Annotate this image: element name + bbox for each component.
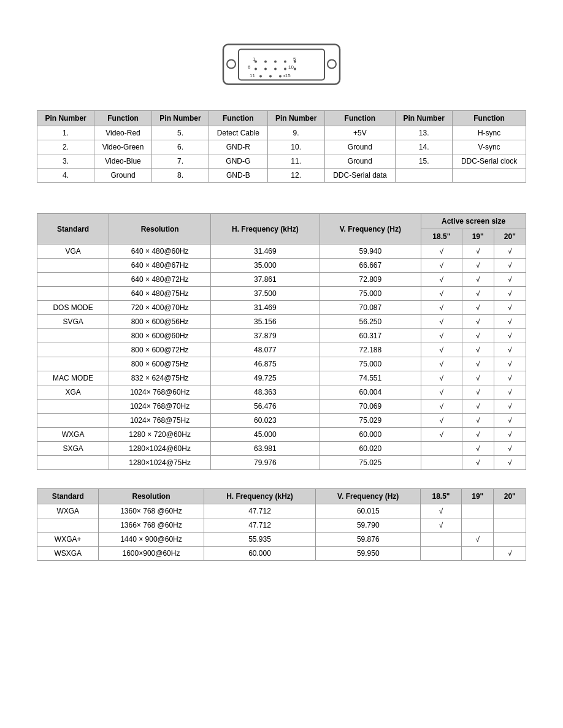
- freq-res-cell: 1280×1024@75Hz: [109, 456, 211, 470]
- freq-check-cell: √: [462, 371, 494, 385]
- freq-hf-cell: 31.469: [211, 301, 320, 315]
- freq-std-cell: [37, 357, 109, 371]
- freq-hf-cell: 31.469: [211, 245, 320, 259]
- freq-hf-cell: 37.879: [211, 329, 320, 343]
- freq-res-cell: 640 × 480@72Hz: [109, 273, 211, 287]
- freq-vf-cell: 66.667: [320, 259, 421, 273]
- freq2-hf-cell: 55.935: [204, 533, 316, 547]
- freq-std-cell: [37, 259, 109, 273]
- freq-check-cell: √: [421, 414, 462, 428]
- freq2-check-cell: √: [421, 518, 462, 533]
- freq-check-cell: √: [494, 259, 526, 273]
- freq-check-cell: √: [462, 315, 494, 329]
- freq-res-cell: 1280×1024@60Hz: [109, 442, 211, 456]
- freq-std-cell: DOS MODE: [37, 301, 109, 315]
- freq-std-cell: [37, 287, 109, 301]
- freq-check-cell: √: [462, 414, 494, 428]
- freq2-hf-cell: 47.712: [204, 518, 316, 533]
- freq-res-cell: 800 × 600@75Hz: [109, 357, 211, 371]
- freq-std-cell: [37, 343, 109, 357]
- freq-vf-cell: 75.000: [320, 357, 421, 371]
- freq2-hf-cell: 47.712: [204, 504, 316, 518]
- freq-hf-cell: 48.363: [211, 385, 320, 400]
- freq-res-cell: 800 × 600@56Hz: [109, 315, 211, 329]
- freq-check-cell: √: [421, 259, 462, 273]
- freq-vf-cell: 60.317: [320, 329, 421, 343]
- freq-vf-cell: 72.809: [320, 273, 421, 287]
- freq-check-cell: √: [462, 329, 494, 343]
- svg-point-3: [327, 60, 336, 69]
- freq-check-cell: √: [421, 371, 462, 385]
- svg-text:6: 6: [248, 64, 251, 70]
- svg-point-6: [264, 61, 267, 63]
- svg-point-19: [259, 75, 262, 78]
- freq-std-cell: MAC MODE: [37, 371, 109, 385]
- freq2-check-cell: [494, 533, 526, 547]
- freq2-check-cell: [421, 547, 462, 561]
- freq-std-cell: XGA: [37, 385, 109, 400]
- freq-std-cell: [37, 456, 109, 470]
- freq-hf-cell: 79.976: [211, 456, 320, 470]
- freq-check-cell: √: [421, 329, 462, 343]
- freq-vf-cell: 60.020: [320, 442, 421, 456]
- freq-header-20: 20": [494, 229, 526, 245]
- freq-check-cell: √: [494, 357, 526, 371]
- pin-table-cell: 8.: [151, 169, 209, 183]
- freq-check-cell: √: [462, 245, 494, 259]
- svg-point-13: [264, 68, 267, 70]
- freq-hf-cell: 49.725: [211, 371, 320, 385]
- pin-table-cell: 11.: [267, 154, 324, 169]
- freq-vf-cell: 75.025: [320, 456, 421, 470]
- freq2-header: V. Frequency (Hz): [316, 489, 421, 504]
- freq2-check-cell: [494, 518, 526, 533]
- vga-connector-svg: 1 5 6 10 11 •15: [220, 37, 343, 92]
- freq-check-cell: √: [494, 301, 526, 315]
- freq-hf-cell: 60.023: [211, 414, 320, 428]
- pin-table: Pin Number Function Pin Number Function …: [37, 110, 526, 183]
- freq-check-cell: √: [421, 301, 462, 315]
- pin-table-cell: 2.: [37, 140, 94, 154]
- freq-std-cell: VGA: [37, 245, 109, 259]
- pin-table-cell: GND-B: [209, 169, 267, 183]
- pin-table-cell: 13.: [396, 126, 453, 140]
- freq-check-cell: √: [494, 428, 526, 442]
- freq-res-cell: 800 × 600@60Hz: [109, 329, 211, 343]
- freq-vf-cell: 74.551: [320, 371, 421, 385]
- freq-check-cell: √: [421, 400, 462, 414]
- connector-diagram: 1 5 6 10 11 •15: [37, 37, 526, 92]
- freq2-check-cell: [494, 504, 526, 518]
- freq-check-cell: √: [462, 456, 494, 470]
- freq-hf-cell: 63.981: [211, 442, 320, 456]
- freq-header-active: Active screen size: [421, 214, 526, 229]
- freq-check-cell: √: [421, 357, 462, 371]
- pin-table-cell: 12.: [267, 169, 324, 183]
- svg-point-8: [284, 61, 286, 63]
- freq-check-cell: √: [494, 400, 526, 414]
- svg-point-5: [255, 61, 257, 63]
- pin-table-cell: Video-Red: [94, 126, 152, 140]
- svg-point-20: [269, 75, 272, 78]
- svg-text:11: 11: [250, 73, 255, 78]
- freq2-check-cell: [462, 518, 494, 533]
- freq2-res-cell: 1366× 768 @60Hz: [99, 518, 204, 533]
- freq2-std-cell: WXGA+: [37, 533, 99, 547]
- freq2-check-cell: √: [462, 533, 494, 547]
- pin-table-cell: 7.: [151, 154, 209, 169]
- freq-check-cell: √: [421, 385, 462, 400]
- freq-check-cell: √: [462, 428, 494, 442]
- freq2-check-cell: √: [421, 504, 462, 518]
- freq-check-cell: √: [462, 301, 494, 315]
- freq2-res-cell: 1440 × 900@60Hz: [99, 533, 204, 547]
- freq-res-cell: 640 × 480@75Hz: [109, 287, 211, 301]
- pin-table-cell: GND-G: [209, 154, 267, 169]
- freq2-check-cell: [421, 533, 462, 547]
- pin-header-1: Pin Number: [37, 111, 94, 126]
- freq2-vf-cell: 59.876: [316, 533, 421, 547]
- freq-check-cell: √: [462, 259, 494, 273]
- pin-table-cell: [396, 169, 453, 183]
- freq-hf-cell: 37.861: [211, 273, 320, 287]
- svg-point-10: [294, 61, 296, 63]
- freq-vf-cell: 56.250: [320, 315, 421, 329]
- pin-table-cell: 3.: [37, 154, 94, 169]
- svg-text:•15: •15: [283, 73, 291, 78]
